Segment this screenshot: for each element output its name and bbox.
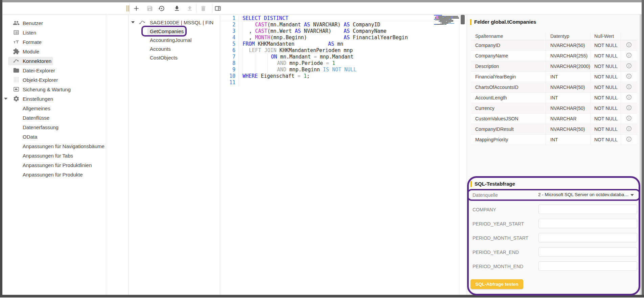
sidebar-item-datenfl-sse[interactable]: Datenflüsse (2, 113, 106, 122)
sidebar-item-anpassungen-f-r-tabs[interactable]: Anpassungen für Tabs (2, 151, 106, 160)
sidebar-item-einstellungen[interactable]: Einstellungen (2, 94, 106, 103)
sidebar-item-sicherung-wartung[interactable]: Sicherung & Wartung (2, 85, 106, 94)
code-text: AND mnp.Periode = 1 (239, 60, 335, 67)
info-icon[interactable] (626, 63, 632, 70)
indent-guide (243, 54, 255, 60)
info-icon[interactable] (626, 73, 632, 80)
sql-token: AS (295, 28, 301, 34)
run-sql-test-button[interactable]: SQL-Abfrage testen (470, 279, 523, 289)
sidebar-item-datei-explorer[interactable]: Datei-Explorer (2, 66, 106, 75)
connector-icon (139, 19, 146, 26)
sidebar-item-label: OData (23, 134, 37, 140)
sidebar-item-anpassungen-f-r-navigationsb-ume[interactable]: Anpassungen für Navigationsbäume (2, 141, 106, 151)
info-icon[interactable] (626, 126, 632, 133)
sql-editor[interactable]: 1SELECT DISTINCT2 CAST(mn.Mandant AS NVA… (220, 15, 459, 295)
sql-token: ON (271, 54, 277, 60)
info-icon[interactable] (626, 84, 632, 91)
sql-token: (mn.Mandant (267, 22, 304, 28)
connector-icon (13, 57, 20, 64)
sidebar-item-datenerfassung[interactable]: Datenerfassung (2, 122, 106, 132)
indent-guide (255, 54, 268, 60)
sidebar-item-label: Anpassungen für Navigationsbäume (23, 143, 105, 149)
toggle-panel-button[interactable] (213, 4, 223, 13)
editor-scrollbar-thumb[interactable] (461, 15, 465, 24)
chevron-expanded-icon (4, 98, 7, 100)
sidebar-item-odata[interactable]: OData (2, 132, 106, 141)
sql-token: LEFT JOIN (249, 47, 276, 53)
sidebar-item-module[interactable]: Module (2, 47, 106, 56)
cell-column-name: MappingPriority (471, 137, 546, 142)
sidebar-item-formate[interactable]: Formate (2, 37, 106, 47)
cell-null-value: NOT NULL (590, 137, 621, 142)
sidebar-item-label: Formate (23, 39, 42, 45)
sidebar-item-allgemeines[interactable]: Allgemeines (2, 103, 106, 113)
cell-data-type: NVARCHAR(2000) (546, 64, 590, 69)
window-border-bottom (0, 295, 644, 298)
tree-item-costobjects[interactable]: CostObjects (129, 53, 220, 62)
tree-item-accountingjournal[interactable]: AccountingJournal (129, 36, 220, 44)
grid-dots-icon (13, 76, 20, 83)
sql-token: (mnp.Beginn) (270, 34, 344, 41)
info-icon[interactable] (626, 136, 632, 143)
split-view-icon (214, 5, 221, 12)
add-icon (133, 5, 140, 12)
info-icon[interactable] (626, 94, 632, 101)
sql-test-section: SQL-Testabfrage Datenquelle 2 - Microsof… (467, 177, 640, 295)
line-number: 6 (220, 47, 239, 54)
connector-tree: SAGE100DE | MSSQL | FINGetCompaniesAccou… (129, 15, 220, 295)
table-row: CompanyNameNVARCHAR(255)NOT NULL (471, 51, 637, 61)
sidebar-item-objekt-explorer[interactable]: Objekt-Explorer (2, 75, 106, 85)
cell-null-value: NOT NULL (590, 105, 621, 111)
tree-root-connector[interactable]: SAGE100DE | MSSQL | FIN (129, 18, 220, 27)
add-button[interactable] (132, 4, 141, 13)
input-period_month_start[interactable] (538, 233, 637, 242)
tree-item-label: CostObjects (150, 55, 178, 61)
sidebar-item-label: Datei-Explorer (23, 68, 55, 73)
drag-handle-button[interactable] (123, 4, 133, 13)
cell-data-type: NVARCHAR(255) (546, 53, 590, 58)
sidebar-item-anpassungen-f-r-produkte[interactable]: Anpassungen für Produkte (2, 170, 106, 179)
sidebar-item-label: Anpassungen für Produktlinien (23, 162, 92, 168)
info-icon[interactable] (626, 42, 632, 49)
tree-item-getcompanies[interactable]: GetCompanies (129, 27, 220, 36)
section-accent-bar (470, 19, 472, 25)
sql-token: AS (344, 34, 350, 41)
code-text: , CAST(mn.Wert AS NVARCHAR) AS CompanyNa… (239, 28, 386, 34)
sidebar-item-konnektoren[interactable]: Konnektoren (2, 56, 106, 66)
sidebar-item-listen[interactable]: Listen (2, 28, 106, 37)
code-text: CAST(mn.Mandant AS NVARCHAR) AS CompanyI… (239, 22, 380, 28)
indent-guide (268, 60, 277, 66)
download-button[interactable] (172, 4, 182, 13)
line-number: 9 (220, 67, 239, 73)
indent-guide (268, 54, 271, 60)
info-icon[interactable] (626, 115, 632, 122)
datasource-value: 2 - Microsoft SQL Server on octdev.datab… (538, 192, 629, 197)
table-row: AccountLengthINTNOT NULL (471, 93, 637, 103)
info-icon[interactable] (626, 52, 632, 59)
sidebar-item-label: Datenflüsse (23, 115, 49, 121)
field-label-period_year_start: PERIOD_YEAR_START (473, 221, 524, 227)
input-company[interactable] (538, 205, 637, 214)
tree-item-accounts[interactable]: Accounts (129, 44, 220, 53)
minimap-line (434, 23, 459, 24)
cell-data-type: INT (546, 74, 590, 79)
sidebar-item-benutzer[interactable]: Benutzer (2, 18, 106, 28)
sql-token: AND (277, 60, 286, 66)
sidebar-item-label: Objekt-Explorer (23, 77, 58, 83)
minimap-line (434, 20, 459, 21)
tree-root-label: SAGE100DE | MSSQL | FIN (150, 20, 213, 25)
table-row: FinancialYearBeginINTNOT NULL (471, 72, 637, 82)
restore-button[interactable] (157, 4, 166, 13)
window-border-right (642, 0, 644, 298)
input-period_year_start[interactable] (538, 219, 637, 228)
info-icon[interactable] (626, 105, 632, 112)
input-period_year_end[interactable] (538, 247, 637, 257)
cell-column-name: FinancialYearBegin (471, 74, 546, 79)
sidebar-item-anpassungen-f-r-produktlinien[interactable]: Anpassungen für Produktlinien (2, 160, 106, 170)
right-panel-scrollbar[interactable] (640, 15, 642, 295)
line-number: 4 (220, 34, 239, 41)
input-period_month_end[interactable] (538, 261, 637, 271)
cell-column-name: Description (471, 64, 546, 69)
sql-token: = (314, 54, 317, 60)
sql-token: FinancialYearBegin (350, 34, 408, 41)
